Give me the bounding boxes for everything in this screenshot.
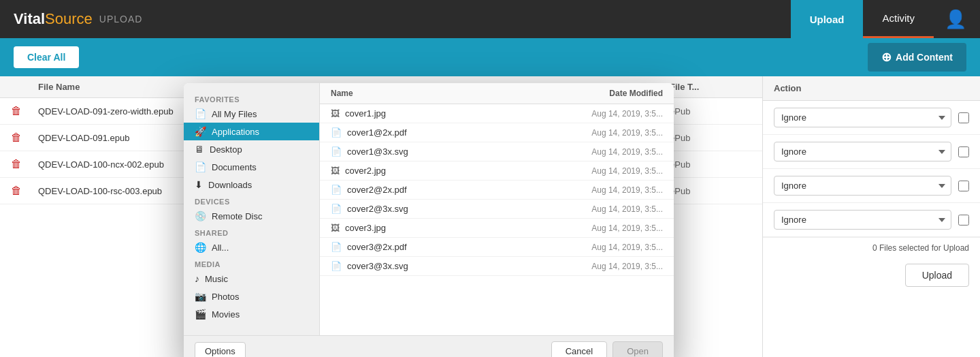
- sidebar-item-music[interactable]: ♪ Music: [184, 270, 319, 288]
- file-icon: 📄: [331, 242, 342, 252]
- finder-file-row[interactable]: 📄 cover2@2x.pdf Aug 14, 2019, 3:5...: [320, 181, 674, 200]
- sidebar-item-label: Applications: [212, 127, 259, 137]
- plus-circle-icon: ⊕: [881, 50, 892, 65]
- header: VitalSource UPLOAD Upload Activity 👤: [0, 0, 980, 38]
- action-checkbox[interactable]: [958, 146, 969, 157]
- file-icon: 📄: [331, 261, 342, 271]
- finder-col-name: Name: [331, 89, 554, 98]
- file-name: cover3.jpg: [345, 223, 562, 233]
- action-select[interactable]: IgnoreReplaceUpdate: [774, 176, 951, 196]
- logo: VitalSource UPLOAD: [14, 10, 142, 28]
- shared-icon: 🌐: [195, 242, 206, 253]
- sidebar-item-applications[interactable]: 🚀 Applications: [184, 123, 319, 140]
- action-row: IgnoreReplaceUpdate: [763, 135, 980, 169]
- movies-icon: 🎬: [195, 309, 206, 320]
- remote-disc-icon: 💿: [195, 211, 206, 221]
- sidebar-item-movies[interactable]: 🎬 Movies: [184, 305, 319, 323]
- finder-file-row[interactable]: 📄 cover2@3x.svg Aug 14, 2019, 3:5...: [320, 200, 674, 219]
- action-row: IgnoreReplaceUpdate: [763, 169, 980, 203]
- favorites-label: Favorites: [184, 91, 319, 105]
- file-name: cover1@3x.svg: [347, 146, 562, 157]
- media-label: Media: [184, 256, 319, 270]
- file-name: cover1@2x.pdf: [347, 127, 562, 138]
- file-date: Aug 14, 2019, 3:5...: [568, 223, 663, 233]
- finder-col-date: Date Modified: [554, 89, 663, 98]
- file-name: cover3@2x.pdf: [347, 242, 562, 252]
- logo-source: Source: [45, 10, 93, 28]
- clear-all-button[interactable]: Clear All: [14, 46, 79, 68]
- sidebar-item-documents[interactable]: 📄 Documents: [184, 158, 319, 176]
- sidebar-item-remote-disc[interactable]: 💿 Remote Disc: [184, 207, 319, 225]
- finder-file-row[interactable]: 📄 cover1@3x.svg Aug 14, 2019, 3:5...: [320, 142, 674, 161]
- finder-body: Favorites 📄 All My Files 🚀 Applications …: [184, 83, 674, 335]
- finder-open-button[interactable]: Open: [612, 341, 663, 357]
- sidebar-item-label: Movies: [212, 309, 240, 320]
- finder-sidebar: Favorites 📄 All My Files 🚀 Applications …: [184, 83, 320, 335]
- upload-btn-container: Upload: [763, 258, 980, 292]
- delete-icon[interactable]: 🗑: [11, 131, 22, 143]
- sidebar-item-all-shared[interactable]: 🌐 All...: [184, 238, 319, 256]
- action-select[interactable]: IgnoreReplaceUpdate: [774, 142, 951, 161]
- finder-file-row[interactable]: 🖼 cover3.jpg Aug 14, 2019, 3:5...: [320, 219, 674, 238]
- add-content-label: Add Content: [896, 52, 953, 63]
- sidebar-item-photos[interactable]: 📷 Photos: [184, 288, 319, 305]
- file-date: Aug 14, 2019, 3:5...: [568, 243, 663, 252]
- finder-file-list: 🖼 cover1.jpg Aug 14, 2019, 3:5... 📄 cove…: [320, 104, 674, 335]
- file-date: Aug 14, 2019, 3:5...: [568, 109, 663, 119]
- sidebar-item-desktop[interactable]: 🖥 Desktop: [184, 140, 319, 158]
- delete-icon[interactable]: 🗑: [11, 158, 22, 170]
- file-date: Aug 14, 2019, 3:5...: [568, 185, 663, 195]
- add-content-button[interactable]: ⊕ Add Content: [868, 43, 966, 72]
- sidebar-item-label: Remote Disc: [212, 211, 262, 221]
- finder-options-button[interactable]: Options: [195, 342, 246, 357]
- file-name: cover2@2x.pdf: [347, 185, 562, 195]
- col-delete: [11, 82, 38, 92]
- delete-icon[interactable]: 🗑: [11, 105, 22, 117]
- file-type: ePub: [670, 106, 751, 117]
- downloads-icon: ⬇: [195, 179, 203, 190]
- finder-file-row[interactable]: 🖼 cover2.jpg Aug 14, 2019, 3:5...: [320, 161, 674, 181]
- file-date: Aug 14, 2019, 3:5...: [568, 128, 663, 138]
- action-select[interactable]: IgnoreReplaceUpdate: [774, 210, 951, 230]
- sidebar-item-all-my-files[interactable]: 📄 All My Files: [184, 105, 319, 123]
- file-type: ePub: [670, 186, 751, 196]
- finder-file-row[interactable]: 🖼 cover1.jpg Aug 14, 2019, 3:5...: [320, 104, 674, 123]
- file-name: cover1.jpg: [345, 108, 562, 119]
- upload-button[interactable]: Upload: [905, 264, 969, 287]
- user-icon[interactable]: 👤: [945, 9, 966, 30]
- sidebar-item-downloads[interactable]: ⬇ Downloads: [184, 176, 319, 193]
- finder-action-buttons: Cancel Open: [551, 341, 663, 357]
- action-header: Action: [763, 76, 980, 101]
- finder-toolbar: Options Cancel Open: [184, 335, 674, 357]
- delete-icon[interactable]: 🗑: [11, 185, 22, 196]
- file-date: Aug 14, 2019, 3:5...: [568, 204, 663, 214]
- sidebar-item-label: Downloads: [208, 180, 252, 190]
- file-name: cover2.jpg: [345, 166, 562, 176]
- file-name: cover2@3x.svg: [347, 204, 562, 214]
- action-checkbox[interactable]: [958, 181, 969, 191]
- finder-file-row[interactable]: 📄 cover1@2x.pdf Aug 14, 2019, 3:5...: [320, 123, 674, 142]
- finder-file-row[interactable]: 📄 cover3@3x.svg Aug 14, 2019, 3:5...: [320, 257, 674, 276]
- file-icon: 📄: [331, 185, 342, 195]
- action-checkbox[interactable]: [958, 112, 969, 123]
- tab-activity[interactable]: Activity: [863, 0, 934, 38]
- shared-label: Shared: [184, 225, 319, 238]
- file-icon: 📄: [331, 204, 342, 214]
- action-checkbox[interactable]: [958, 215, 969, 226]
- tab-upload[interactable]: Upload: [791, 0, 864, 38]
- desktop-icon: 🖥: [195, 144, 204, 155]
- action-select[interactable]: IgnoreReplaceUpdate: [774, 108, 951, 127]
- action-row: IgnoreReplaceUpdate: [763, 101, 980, 135]
- sidebar-item-label: All...: [212, 243, 229, 253]
- all-files-icon: 📄: [195, 108, 206, 119]
- col-file-type: File T...: [670, 82, 751, 92]
- right-panel: Action IgnoreReplaceUpdate IgnoreReplace…: [762, 76, 980, 357]
- logo-upload: UPLOAD: [99, 14, 143, 25]
- finder-file-header: Name Date Modified: [320, 83, 674, 104]
- logo-vital: Vital: [14, 10, 45, 28]
- devices-label: Devices: [184, 193, 319, 207]
- file-name: cover3@3x.svg: [347, 261, 562, 271]
- finder-main: Name Date Modified 🖼 cover1.jpg Aug 14, …: [320, 83, 674, 335]
- finder-cancel-button[interactable]: Cancel: [551, 341, 607, 357]
- finder-file-row[interactable]: 📄 cover3@2x.pdf Aug 14, 2019, 3:5...: [320, 238, 674, 257]
